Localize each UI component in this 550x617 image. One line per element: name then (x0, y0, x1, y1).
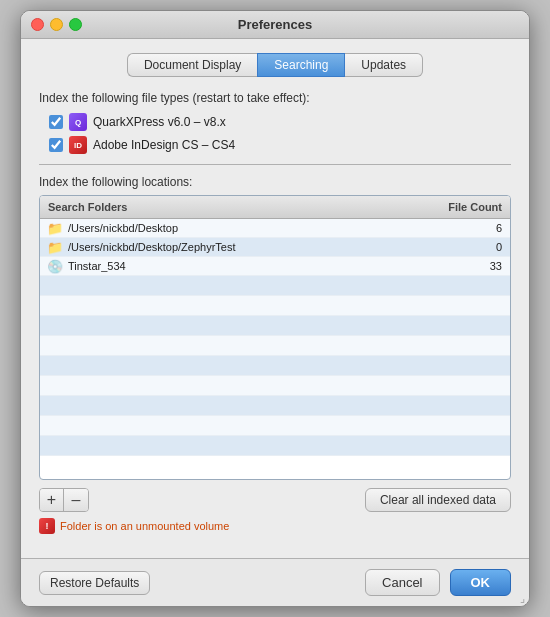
warning-icon: ! (39, 518, 55, 534)
warning-text: Folder is on an unmounted volume (60, 520, 229, 532)
titlebar: Preferences (21, 11, 529, 39)
tab-searching[interactable]: Searching (257, 53, 345, 77)
table-row[interactable]: 💿 Tinstar_534 33 (40, 257, 510, 276)
empty-row (40, 396, 510, 416)
tabs-bar: Document Display Searching Updates (39, 53, 511, 77)
table-body: 📁 /Users/nickbd/Desktop 6 📁 /Users/nickb… (40, 219, 510, 479)
tab-document-display[interactable]: Document Display (127, 53, 257, 77)
filetypes-label: Index the following file types (restart … (39, 91, 511, 105)
empty-row (40, 316, 510, 336)
empty-row (40, 276, 510, 296)
table-actions-bar: + – Clear all indexed data (39, 488, 511, 512)
col-header-count: File Count (430, 199, 510, 215)
row-count: 33 (430, 257, 510, 275)
empty-row (40, 416, 510, 436)
window-title: Preferences (238, 17, 312, 32)
row-path: /Users/nickbd/Desktop/ZephyrTest (64, 238, 430, 256)
restore-defaults-button[interactable]: Restore Defaults (39, 571, 150, 595)
close-button[interactable] (31, 18, 44, 31)
indesign-icon: ID (69, 136, 87, 154)
indesign-row: ID Adobe InDesign CS – CS4 (49, 136, 511, 154)
empty-row (40, 436, 510, 456)
row-path: /Users/nickbd/Desktop (64, 219, 430, 237)
folder-icon: 📁 (46, 219, 64, 237)
indesign-checkbox[interactable] (49, 138, 63, 152)
quarkxpress-icon: Q (69, 113, 87, 131)
row-path: Tinstar_534 (64, 257, 430, 275)
col-header-folder: Search Folders (40, 199, 430, 215)
remove-folder-button[interactable]: – (64, 489, 88, 511)
quarkxpress-label: QuarkXPress v6.0 – v8.x (93, 115, 226, 129)
clear-indexed-button[interactable]: Clear all indexed data (365, 488, 511, 512)
table-row[interactable]: 📁 /Users/nickbd/Desktop/ZephyrTest 0 (40, 238, 510, 257)
empty-row (40, 376, 510, 396)
add-folder-button[interactable]: + (40, 489, 64, 511)
ok-button[interactable]: OK (450, 569, 512, 596)
preferences-window: Preferences Document Display Searching U… (20, 10, 530, 607)
minimize-button[interactable] (50, 18, 63, 31)
footer-right-buttons: Cancel OK (365, 569, 511, 596)
footer: Restore Defaults Cancel OK (21, 558, 529, 606)
add-remove-buttons: + – (39, 488, 89, 512)
maximize-button[interactable] (69, 18, 82, 31)
locations-label: Index the following locations: (39, 175, 511, 189)
empty-row (40, 336, 510, 356)
disk-icon: 💿 (46, 257, 64, 275)
folder-icon: 📁 (46, 238, 64, 256)
empty-row (40, 356, 510, 376)
quarkxpress-checkbox[interactable] (49, 115, 63, 129)
row-count: 6 (430, 219, 510, 237)
row-count: 0 (430, 238, 510, 256)
table-header: Search Folders File Count (40, 196, 510, 219)
cancel-button[interactable]: Cancel (365, 569, 439, 596)
divider (39, 164, 511, 165)
traffic-lights (31, 18, 82, 31)
main-content: Document Display Searching Updates Index… (21, 39, 529, 558)
resize-handle[interactable]: ⌟ (520, 593, 525, 604)
indesign-label: Adobe InDesign CS – CS4 (93, 138, 235, 152)
quarkxpress-row: Q QuarkXPress v6.0 – v8.x (49, 113, 511, 131)
warning-row: ! Folder is on an unmounted volume (39, 518, 511, 534)
tab-updates[interactable]: Updates (345, 53, 423, 77)
locations-table: Search Folders File Count 📁 /Users/nickb… (39, 195, 511, 480)
table-row[interactable]: 📁 /Users/nickbd/Desktop 6 (40, 219, 510, 238)
empty-row (40, 296, 510, 316)
